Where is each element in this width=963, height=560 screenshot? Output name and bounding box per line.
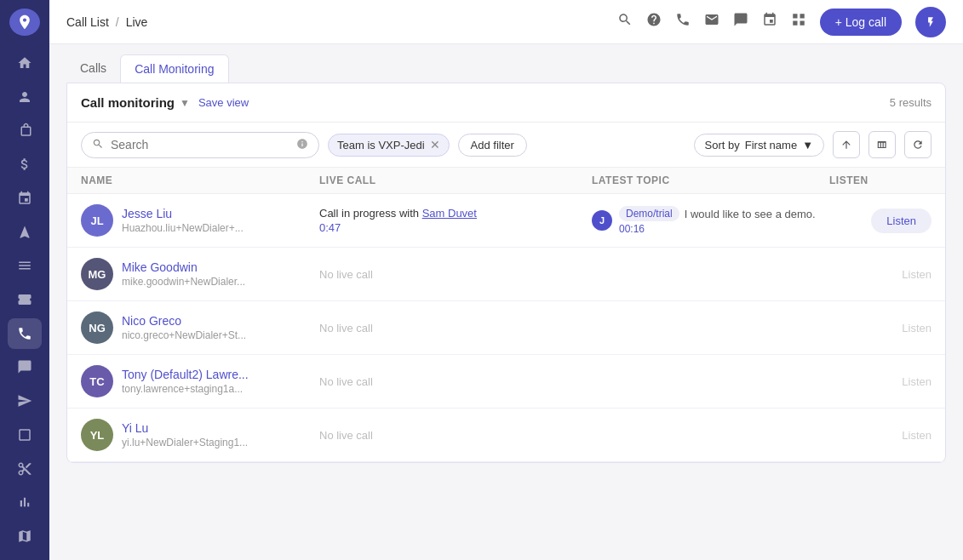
sidebar-item-briefcase[interactable] (8, 116, 42, 146)
grid-icon[interactable] (791, 12, 806, 31)
listen-cell: Listen (829, 374, 931, 389)
live-call-time: 0:47 (319, 221, 592, 234)
help-icon[interactable] (646, 12, 662, 31)
table-row: TC Tony (Default2) Lawre... tony.lawrenc… (67, 355, 945, 409)
lightning-button[interactable] (915, 7, 946, 37)
sidebar-item-phone[interactable] (8, 318, 42, 349)
avatar: TC (81, 365, 113, 397)
sidebar-item-calendar[interactable] (8, 183, 42, 214)
col-header-live-call: Live call (319, 174, 592, 186)
avatar: JL (81, 204, 113, 237)
calendar-icon[interactable] (762, 12, 777, 31)
topic-time: 00:16 (619, 223, 816, 235)
agent-name[interactable]: Yi Lu (122, 421, 248, 435)
log-call-button[interactable]: + Log call (820, 9, 902, 36)
live-call-cell: No live call (319, 320, 592, 335)
sidebar-item-send[interactable] (8, 386, 42, 416)
sidebar-item-chart[interactable] (8, 488, 42, 518)
phone-icon[interactable] (675, 12, 691, 31)
avatar: YL (81, 419, 113, 451)
agent-name[interactable]: Jesse Liu (122, 207, 244, 220)
breadcrumb-parent[interactable]: Call List (66, 15, 109, 29)
tab-calls[interactable]: Calls (66, 54, 120, 83)
listen-button-inactive: Listen (902, 429, 931, 442)
no-live-call: No live call (319, 268, 373, 281)
sort-button[interactable]: Sort by First name ▼ (694, 134, 824, 157)
team-filter-label: Team is VXP-Jedi (337, 139, 425, 151)
live-call-cell: No live call (319, 374, 592, 389)
sidebar-logo[interactable] (9, 9, 40, 36)
sidebar-item-scissors[interactable] (8, 454, 42, 484)
team-filter-tag: Team is VXP-Jedi ✕ (328, 134, 450, 157)
live-call-text: Call in progress with Sam Duvet (319, 207, 592, 220)
search-icon[interactable] (617, 12, 633, 31)
search-icon (92, 138, 104, 152)
topic-avatar: J (592, 210, 612, 231)
column-view-button[interactable] (868, 131, 896, 158)
info-icon[interactable] (296, 138, 308, 152)
sort-by-label: Sort by (705, 139, 740, 151)
monitoring-title: Call monitoring ▼ (81, 95, 190, 110)
agent-email: tony.lawrence+staging1a... (122, 383, 249, 395)
breadcrumb-current: Live (126, 15, 148, 29)
agent-email: mike.goodwin+NewDialer... (122, 276, 245, 288)
no-live-call: No live call (319, 322, 373, 334)
col-header-listen: Listen (829, 174, 931, 186)
add-filter-button[interactable]: Add filter (458, 134, 527, 157)
sidebar-item-box[interactable] (8, 420, 42, 450)
listen-cell: Listen (829, 266, 931, 282)
topbar: Call List / Live (49, 0, 963, 44)
listen-cell: Listen (829, 209, 931, 233)
results-count: 5 results (890, 96, 931, 109)
sidebar-item-map[interactable] (8, 521, 42, 551)
search-input[interactable] (111, 138, 289, 151)
sidebar-item-ticket[interactable] (8, 284, 42, 315)
sidebar-item-list[interactable] (8, 250, 42, 281)
sidebar (0, 0, 49, 560)
agent-email: Huazhou.liu+NewDialer+... (122, 222, 244, 234)
sort-direction-button[interactable] (833, 131, 860, 158)
agent-cell: NG Nico Greco nico.greco+NewDialer+St... (81, 311, 319, 344)
agent-name[interactable]: Mike Goodwin (122, 260, 245, 274)
no-live-call: No live call (319, 429, 373, 442)
agent-name[interactable]: Tony (Default2) Lawre... (122, 368, 249, 381)
listen-button-inactive: Listen (902, 268, 931, 281)
sidebar-item-dollar[interactable] (8, 149, 42, 180)
agent-name[interactable]: Nico Greco (122, 314, 246, 328)
sidebar-item-home[interactable] (8, 48, 42, 78)
agent-email: yi.lu+NewDialer+Staging1... (122, 437, 248, 449)
table-row: JL Jesse Liu Huazhou.liu+NewDialer+... C… (67, 194, 945, 248)
listen-cell: Listen (829, 320, 931, 335)
sort-chevron-icon: ▼ (802, 139, 813, 151)
refresh-button[interactable] (904, 131, 931, 158)
col-header-latest-topic: Latest topic (592, 174, 829, 186)
table-header: Name Live call Latest topic Listen (67, 168, 945, 194)
table-body: JL Jesse Liu Huazhou.liu+NewDialer+... C… (67, 194, 945, 462)
mail-icon[interactable] (704, 12, 719, 31)
content-area: Calls Call Monitoring Call monitoring ▼ … (49, 44, 963, 560)
chat-icon[interactable] (733, 12, 748, 31)
filter-remove-button[interactable]: ✕ (430, 139, 440, 151)
live-call-cell: Call in progress with Sam Duvet 0:47 (319, 207, 592, 234)
table-area: Call monitoring ▼ Save view 5 results (66, 83, 946, 463)
topbar-actions: + Log call (617, 7, 946, 37)
sidebar-item-compass[interactable] (8, 217, 42, 248)
listen-button-active[interactable]: Listen (871, 209, 931, 233)
monitoring-title-text: Call monitoring (81, 95, 175, 110)
search-box (81, 132, 319, 158)
tab-call-monitoring[interactable]: Call Monitoring (120, 54, 228, 83)
breadcrumb-separator: / (116, 15, 119, 29)
agent-email: nico.greco+NewDialer+St... (122, 329, 246, 341)
sort-field-label: First name (745, 139, 797, 151)
agent-cell: TC Tony (Default2) Lawre... tony.lawrenc… (81, 365, 319, 397)
save-view-button[interactable]: Save view (198, 96, 249, 109)
filter-row: Team is VXP-Jedi ✕ Add filter Sort by Fi… (67, 123, 945, 168)
agent-cell: MG Mike Goodwin mike.goodwin+NewDialer..… (81, 258, 319, 290)
table-row: MG Mike Goodwin mike.goodwin+NewDialer..… (67, 248, 945, 301)
agent-cell: YL Yi Lu yi.lu+NewDialer+Staging1... (81, 419, 319, 451)
live-call-cell: No live call (319, 427, 592, 443)
chevron-down-icon[interactable]: ▼ (180, 97, 190, 109)
sidebar-item-contacts[interactable] (8, 82, 42, 112)
sidebar-item-chat[interactable] (8, 352, 42, 383)
live-call-link[interactable]: Sam Duvet (422, 207, 477, 220)
